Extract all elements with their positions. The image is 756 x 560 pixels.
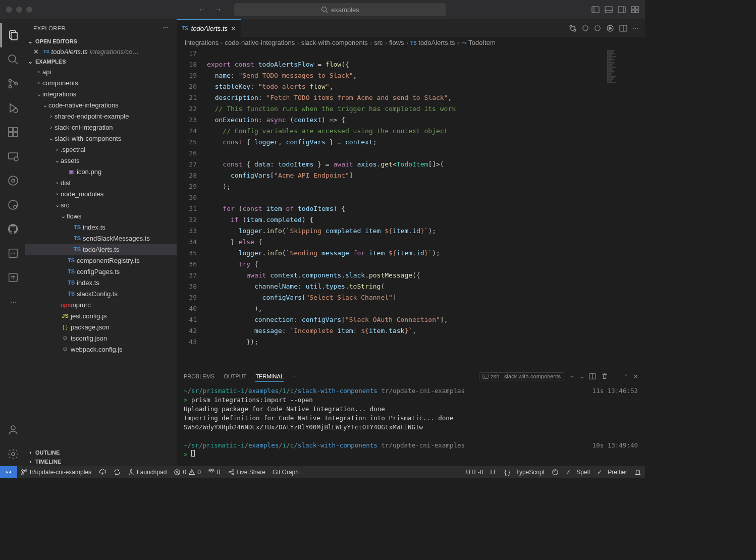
nav-back-icon[interactable]: ← (198, 5, 206, 14)
github-icon[interactable] (1, 217, 25, 241)
tree-folder[interactable]: ›shared-endpoint-example (25, 110, 177, 122)
breadcrumb[interactable]: integrations›code-native-integrations›sl… (177, 37, 645, 48)
close-icon[interactable]: ✕ (33, 48, 41, 55)
eol-status[interactable]: LF (487, 466, 501, 478)
layout-panel-left-icon[interactable] (591, 6, 600, 14)
breadcrumb-segment[interactable]: code-native-integrations (225, 39, 295, 46)
docker-icon[interactable] (1, 193, 25, 217)
layout-panel-right-icon[interactable] (618, 6, 626, 14)
explorer-more-icon[interactable]: ⋯ (163, 25, 169, 31)
breadcrumb-segment[interactable]: ⊸ TodoItem (461, 39, 496, 46)
notifications-icon[interactable] (631, 466, 645, 478)
language-status[interactable]: { } TypeScript (501, 466, 548, 478)
terminal-shell-label[interactable]: zsh - slack-with-components (479, 372, 564, 380)
extensions-view-icon[interactable] (1, 120, 25, 144)
sync-icon[interactable] (110, 466, 124, 478)
tree-folder[interactable]: ⌄code-native-integrations (25, 99, 177, 110)
tree-folder[interactable]: ›.spectral (25, 144, 177, 155)
minimize-window[interactable] (16, 7, 22, 13)
tree-file[interactable]: ⚙webpack.config.js (25, 344, 177, 355)
breadcrumb-segment[interactable]: integrations (185, 39, 219, 46)
cloud-sync-icon[interactable] (95, 466, 110, 478)
tree-folder[interactable]: ⌄assets (25, 155, 177, 166)
settings-gear-icon[interactable] (1, 442, 25, 466)
nav-next-icon[interactable] (594, 25, 601, 32)
split-terminal-icon[interactable] (589, 373, 596, 380)
output-tab[interactable]: OUTPUT (224, 371, 246, 381)
minimap[interactable]: ████████████████████████████████████████… (605, 48, 645, 139)
nav-prev-icon[interactable] (582, 25, 589, 32)
timeline-section[interactable]: › TIMELINE (25, 457, 177, 466)
extension-icon-2[interactable] (1, 265, 25, 290)
close-window[interactable] (6, 7, 12, 13)
code-editor[interactable]: 1718192021222324252627282930313233343536… (177, 48, 645, 368)
tree-folder[interactable]: ›slack-cni-integration (25, 122, 177, 133)
spell-status[interactable]: ✓ Spell (562, 466, 593, 478)
open-editor-item[interactable]: ✕ TS todoAlerts.ts integrations/co… (25, 46, 177, 57)
source-control-view-icon[interactable] (1, 72, 25, 96)
zoom-window[interactable] (26, 7, 32, 13)
breadcrumb-segment[interactable]: src (374, 39, 383, 46)
liveshare-status[interactable]: Live Share (224, 466, 269, 478)
tree-file[interactable]: TSsendSlackMessages.ts (25, 233, 177, 244)
run-debug-view-icon[interactable] (1, 96, 25, 120)
problems-tab[interactable]: PROBLEMS (184, 371, 214, 381)
tree-file[interactable]: TScomponentRegistry.ts (25, 255, 177, 266)
maximize-panel-icon[interactable]: ⌃ (624, 373, 628, 380)
run-icon[interactable] (606, 24, 614, 32)
tree-folder[interactable]: ⌄slack-with-components (25, 133, 177, 144)
remote-indicator[interactable] (0, 466, 17, 478)
split-editor-icon[interactable] (619, 24, 627, 32)
editor-more-icon[interactable]: ⋯ (632, 24, 639, 32)
git-branch-status[interactable]: tr/update-cni-examples (17, 466, 95, 478)
more-actions-icon[interactable]: ⋯ (1, 290, 25, 314)
breadcrumb-segment[interactable]: TS todoAlerts.ts (410, 39, 455, 46)
tree-folder[interactable]: ›dist (25, 177, 177, 188)
nav-forward-icon[interactable]: → (214, 5, 222, 14)
tree-file[interactable]: TSslackConfig.ts (25, 288, 177, 299)
customize-layout-icon[interactable] (631, 6, 639, 14)
panel-more-2-icon[interactable]: ⋯ (613, 373, 619, 380)
extension-icon-1[interactable] (1, 241, 25, 265)
tree-folder[interactable]: ⌄integrations (25, 88, 177, 99)
tree-file[interactable]: ▣icon.png (25, 166, 177, 177)
tree-folder[interactable]: ›node_modules (25, 188, 177, 199)
accounts-icon[interactable] (1, 418, 25, 442)
command-center[interactable]: examples (234, 3, 446, 16)
terminal-dropdown-icon[interactable]: ⌄ (580, 374, 584, 379)
terminal-tab[interactable]: TERMINAL (255, 371, 284, 382)
problems-status[interactable]: 0 0 (170, 466, 204, 478)
breadcrumb-segment[interactable]: slack-with-components (301, 39, 368, 46)
tree-file[interactable]: TSindex.ts (25, 277, 177, 288)
tree-file[interactable]: ⚙tsconfig.json (25, 332, 177, 344)
tree-file[interactable]: { }package.json (25, 321, 177, 332)
launchpad-status[interactable]: Launchpad (124, 466, 170, 478)
kill-terminal-icon[interactable] (601, 373, 608, 380)
tree-folder[interactable]: ›api (25, 66, 177, 77)
explorer-view-icon[interactable] (1, 23, 25, 47)
panel-more-icon[interactable]: ⋯ (293, 373, 298, 380)
open-editors-section[interactable]: ⌄ OPEN EDITORS (25, 37, 177, 46)
terminal[interactable]: ~/sr/prismatic-i/examples/i/c/slack-with… (177, 384, 645, 466)
tree-folder[interactable]: ⌄flows (25, 210, 177, 221)
tree-file[interactable]: TSconfigPages.ts (25, 266, 177, 277)
tree-file[interactable]: TStodoAlerts.ts (25, 244, 177, 255)
layout-panel-bottom-icon[interactable] (605, 6, 613, 14)
tree-file[interactable]: npm.npmrc (25, 299, 177, 310)
outline-section[interactable]: › OUTLINE (25, 448, 177, 457)
prettier-status[interactable]: ✓ Prettier (593, 466, 631, 478)
workspace-section[interactable]: ⌄ EXAMPLES (25, 57, 177, 66)
close-panel-icon[interactable]: ✕ (633, 373, 638, 380)
tree-file[interactable]: TSindex.ts (25, 221, 177, 233)
tree-file[interactable]: JSjest.config.js (25, 310, 177, 321)
gitgraph-status[interactable]: Git Graph (269, 466, 302, 478)
gitlens-icon[interactable] (1, 169, 25, 193)
git-compare-icon[interactable] (569, 24, 577, 32)
close-tab-icon[interactable]: ✕ (231, 25, 236, 32)
breadcrumb-segment[interactable]: flows (389, 39, 404, 46)
tree-folder[interactable]: ⌄src (25, 199, 177, 210)
new-terminal-icon[interactable]: ＋ (569, 373, 575, 380)
tree-folder[interactable]: ›components (25, 77, 177, 88)
eslint-status[interactable] (548, 466, 562, 478)
remote-explorer-icon[interactable] (1, 144, 25, 169)
